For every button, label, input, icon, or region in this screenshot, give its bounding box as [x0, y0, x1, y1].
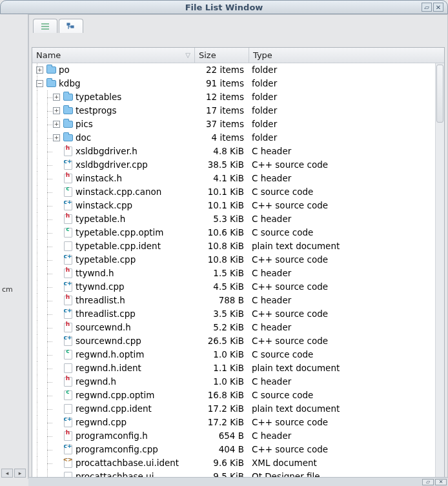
file-size: 1.0 KiB: [195, 348, 249, 361]
file-type: C header: [249, 172, 435, 185]
file-row[interactable]: +pics37 itemsfolder: [32, 117, 435, 131]
file-type: C header: [249, 321, 435, 334]
file-size: 4.5 KiB: [195, 280, 249, 294]
file-row[interactable]: hregwnd.h1.0 KiBC header: [32, 375, 435, 389]
left-sidebar-collapse-right[interactable]: ▸: [14, 469, 26, 478]
column-header-size-label: Size: [199, 50, 216, 60]
file-type: plain text document: [249, 239, 435, 253]
column-header-name[interactable]: Name ▽: [32, 48, 195, 63]
file-name: procattachbase.ui.ident: [76, 456, 179, 470]
left-sidebar-collapse-left[interactable]: ◂: [1, 469, 13, 478]
cpp-file-icon: c+: [63, 201, 73, 211]
file-row[interactable]: c+typetable.cpp10.8 KiBC++ source code: [32, 253, 435, 267]
file-row[interactable]: c+xsldbgdriver.cpp38.5 KiBC++ source cod…: [32, 158, 435, 172]
file-name: typetable.cpp.ident: [76, 239, 161, 253]
file-row[interactable]: <>procattachbase.ui.ident9.6 KiBXML docu…: [32, 456, 435, 470]
file-row[interactable]: htypetable.h5.3 KiBC header: [32, 212, 435, 226]
panel-restore-button[interactable]: ▱: [422, 479, 434, 485]
file-name: threadlist.cpp: [76, 307, 136, 321]
file-row[interactable]: hthreadlist.h788 BC header: [32, 294, 435, 307]
file-name: programconfig.h: [76, 429, 148, 443]
view-tabs: [29, 15, 447, 33]
file-row[interactable]: hsourcewnd.h5.2 KiBC header: [32, 321, 435, 334]
file-row[interactable]: −kdbg91 itemsfolder: [32, 77, 435, 90]
file-name: xsldbgdriver.h: [76, 145, 137, 158]
panel-close-button[interactable]: ✕: [435, 479, 447, 485]
column-header-type-label: Type: [253, 50, 272, 60]
file-row[interactable]: c+threadlist.cpp3.5 KiBC++ source code: [32, 307, 435, 321]
column-headers: Name ▽ Size Type: [32, 48, 444, 63]
file-row[interactable]: httywnd.h1.5 KiBC header: [32, 267, 435, 280]
xml-file-icon: <>: [63, 458, 73, 469]
file-row[interactable]: regwnd.h.ident1.1 KiBplain text document: [32, 361, 435, 375]
file-name: kdbg: [59, 77, 81, 90]
file-type: C++ source code: [249, 307, 435, 321]
cpp-file-icon: c+: [63, 336, 73, 347]
file-size: 5.3 KiB: [195, 212, 249, 226]
file-size: 1.1 KiB: [195, 361, 249, 375]
file-size: 91 items: [195, 77, 249, 90]
file-row[interactable]: c+sourcewnd.cpp26.5 KiBC++ source code: [32, 334, 435, 348]
file-size: 4.8 KiB: [195, 145, 249, 158]
left-sidebar: cm ◂ ▸: [0, 14, 28, 479]
file-row[interactable]: c+ttywnd.cpp4.5 KiBC++ source code: [32, 280, 435, 294]
file-type: C header: [249, 429, 435, 443]
file-name: typetable.cpp.optim: [76, 226, 164, 239]
file-type: C source code: [249, 226, 435, 239]
file-size: 16.8 KiB: [195, 389, 249, 402]
file-row[interactable]: cregwnd.h.optim1.0 KiBC source code: [32, 348, 435, 361]
txt-file-icon: [63, 241, 73, 252]
file-type: C++ source code: [249, 416, 435, 429]
tree-expand-button[interactable]: +: [53, 134, 60, 141]
window-restore-button[interactable]: ▱: [422, 3, 432, 12]
file-size: 37 items: [195, 117, 249, 131]
file-type: folder: [249, 77, 435, 90]
column-header-size[interactable]: Size: [195, 48, 249, 63]
file-row[interactable]: +doc4 itemsfolder: [32, 131, 435, 145]
tree-expand-button[interactable]: +: [53, 94, 60, 101]
file-row[interactable]: typetable.cpp.ident10.8 KiBplain text do…: [32, 239, 435, 253]
file-row[interactable]: cregwnd.cpp.optim16.8 KiBC source code: [32, 389, 435, 402]
file-type: C header: [249, 145, 435, 158]
file-name: winstack.cpp.canon: [76, 185, 161, 199]
tab-tree-view[interactable]: [59, 19, 83, 33]
tree-expand-button[interactable]: +: [53, 107, 60, 114]
file-row[interactable]: cwinstack.cpp.canon10.1 KiBC source code: [32, 185, 435, 199]
file-row[interactable]: hxsldbgdriver.h4.8 KiBC header: [32, 145, 435, 158]
file-name: regwnd.cpp.ident: [76, 402, 152, 416]
file-size: 10.8 KiB: [195, 239, 249, 253]
file-row[interactable]: ctypetable.cpp.optim10.6 KiBC source cod…: [32, 226, 435, 239]
vertical-scrollbar[interactable]: [435, 63, 444, 482]
file-row[interactable]: c+regwnd.cpp17.2 KiBC++ source code: [32, 416, 435, 429]
file-type: plain text document: [249, 402, 435, 416]
sort-indicator-icon: ▽: [185, 52, 190, 59]
file-name: regwnd.h: [76, 375, 116, 389]
file-row[interactable]: +testprogs17 itemsfolder: [32, 104, 435, 117]
folder-icon: [46, 65, 56, 76]
file-row[interactable]: c+programconfig.cpp404 BC++ source code: [32, 443, 435, 456]
file-row[interactable]: regwnd.cpp.ident17.2 KiBplain text docum…: [32, 402, 435, 416]
window-titlebar[interactable]: File List Window ▱ ✕: [0, 0, 448, 14]
file-row[interactable]: hprogramconfig.h654 BC header: [32, 429, 435, 443]
h-file-icon: h: [63, 323, 73, 333]
file-row[interactable]: +typetables12 itemsfolder: [32, 90, 435, 104]
file-row[interactable]: hwinstack.h4.1 KiBC header: [32, 172, 435, 185]
tree-expand-button[interactable]: +: [53, 121, 60, 128]
file-name: regwnd.cpp: [76, 416, 127, 429]
h-file-icon: h: [63, 431, 73, 441]
file-type: folder: [249, 63, 435, 77]
file-size: 9.6 KiB: [195, 456, 249, 470]
folder-icon: [63, 106, 73, 116]
file-row[interactable]: +po22 itemsfolder: [32, 63, 435, 77]
file-row[interactable]: c+winstack.cpp10.1 KiBC++ source code: [32, 199, 435, 212]
file-type: C++ source code: [249, 253, 435, 267]
cpp-file-icon: c+: [63, 255, 73, 265]
column-header-type[interactable]: Type: [249, 48, 444, 63]
tab-details-view[interactable]: [33, 19, 57, 33]
file-name: po: [59, 63, 70, 77]
file-size: 22 items: [195, 63, 249, 77]
column-header-name-label: Name: [36, 50, 61, 60]
scrollbar-thumb[interactable]: [436, 65, 443, 123]
file-name: winstack.h: [76, 172, 122, 185]
window-close-button[interactable]: ✕: [433, 3, 443, 12]
